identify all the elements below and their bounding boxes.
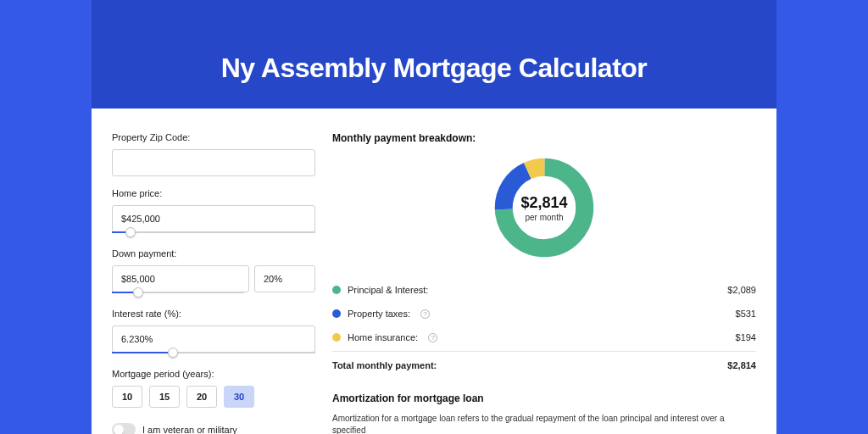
zip-input[interactable] bbox=[112, 149, 315, 176]
breakdown-list: Principal & Interest:$2,089Property taxe… bbox=[332, 278, 756, 349]
slider-thumb[interactable] bbox=[125, 227, 136, 237]
legend-dot-icon bbox=[332, 309, 341, 318]
total-value: $2,814 bbox=[727, 360, 756, 370]
interest-rate-input[interactable] bbox=[112, 326, 315, 353]
breakdown-left: Home insurance:? bbox=[332, 332, 437, 342]
total-label: Total monthly payment: bbox=[332, 360, 437, 370]
breakdown-row-principal_interest: Principal & Interest:$2,089 bbox=[332, 278, 756, 302]
breakdown-label: Principal & Interest: bbox=[348, 285, 428, 295]
amortization-section: Amortization for mortgage loan Amortizat… bbox=[332, 392, 756, 434]
breakdown-value: $2,089 bbox=[727, 285, 756, 295]
breakdown-label: Home insurance: bbox=[348, 332, 418, 342]
zip-group: Property Zip Code: bbox=[112, 132, 315, 176]
donut-chart: $2,814 per month bbox=[332, 154, 756, 261]
page-title: Ny Assembly Mortgage Calculator bbox=[92, 0, 776, 84]
home-price-label: Home price: bbox=[112, 188, 315, 198]
mortgage-period-label: Mortgage period (years): bbox=[112, 369, 315, 379]
period-option-20[interactable]: 20 bbox=[186, 386, 217, 408]
home-price-slider[interactable] bbox=[112, 231, 315, 233]
info-icon[interactable]: ? bbox=[428, 333, 437, 342]
period-option-30[interactable]: 30 bbox=[224, 386, 254, 408]
breakdown-title: Monthly payment breakdown: bbox=[332, 132, 756, 144]
period-option-15[interactable]: 15 bbox=[149, 386, 180, 408]
donut-amount: $2,814 bbox=[520, 194, 567, 212]
breakdown-row-property_taxes: Property taxes:?$531 bbox=[332, 302, 756, 326]
zip-label: Property Zip Code: bbox=[112, 132, 315, 142]
down-payment-amount-input[interactable] bbox=[112, 265, 249, 292]
slider-thumb[interactable] bbox=[168, 348, 178, 358]
veteran-row: I am veteran or military bbox=[112, 423, 315, 434]
breakdown-left: Principal & Interest: bbox=[332, 285, 428, 295]
breakdown-total-row: Total monthly payment: $2,814 bbox=[332, 353, 756, 377]
down-payment-slider[interactable] bbox=[112, 292, 244, 293]
slider-fill bbox=[112, 352, 173, 353]
donut-sub: per month bbox=[520, 213, 567, 222]
slider-thumb[interactable] bbox=[133, 287, 143, 298]
legend-dot-icon bbox=[332, 286, 341, 294]
down-payment-group: Down payment: bbox=[112, 248, 315, 293]
info-icon[interactable]: ? bbox=[420, 309, 430, 319]
calculator-card: Property Zip Code: Home price: Down paym… bbox=[92, 108, 776, 434]
home-price-group: Home price: bbox=[112, 188, 315, 233]
form-column: Property Zip Code: Home price: Down paym… bbox=[112, 132, 315, 434]
mortgage-period-group: Mortgage period (years): 10152030 bbox=[112, 369, 315, 408]
breakdown-left: Property taxes:? bbox=[332, 309, 430, 319]
breakdown-row-home_insurance: Home insurance:?$194 bbox=[332, 326, 756, 349]
amortization-text: Amortization for a mortgage loan refers … bbox=[332, 413, 756, 434]
divider bbox=[332, 351, 756, 352]
donut-center: $2,814 per month bbox=[520, 194, 567, 222]
interest-rate-label: Interest rate (%): bbox=[112, 309, 315, 319]
breakdown-column: Monthly payment breakdown: $2,814 per mo… bbox=[332, 132, 756, 434]
down-payment-row bbox=[112, 265, 315, 292]
breakdown-label: Property taxes: bbox=[348, 309, 410, 319]
total-left: Total monthly payment: bbox=[332, 360, 437, 370]
interest-rate-group: Interest rate (%): bbox=[112, 309, 315, 353]
legend-dot-icon bbox=[332, 333, 341, 342]
breakdown-value: $531 bbox=[736, 309, 756, 319]
header-strip: Ny Assembly Mortgage Calculator bbox=[92, 0, 776, 108]
amortization-title: Amortization for mortgage loan bbox=[332, 392, 756, 404]
veteran-label: I am veteran or military bbox=[142, 425, 237, 434]
interest-rate-slider[interactable] bbox=[112, 352, 315, 353]
veteran-toggle[interactable] bbox=[112, 423, 136, 434]
down-payment-label: Down payment: bbox=[112, 248, 315, 259]
down-payment-percent-input[interactable] bbox=[254, 265, 315, 292]
home-price-input[interactable] bbox=[112, 205, 315, 232]
period-option-10[interactable]: 10 bbox=[112, 386, 142, 408]
breakdown-value: $194 bbox=[736, 332, 756, 342]
toggle-knob bbox=[114, 425, 124, 434]
period-options: 10152030 bbox=[112, 386, 315, 408]
